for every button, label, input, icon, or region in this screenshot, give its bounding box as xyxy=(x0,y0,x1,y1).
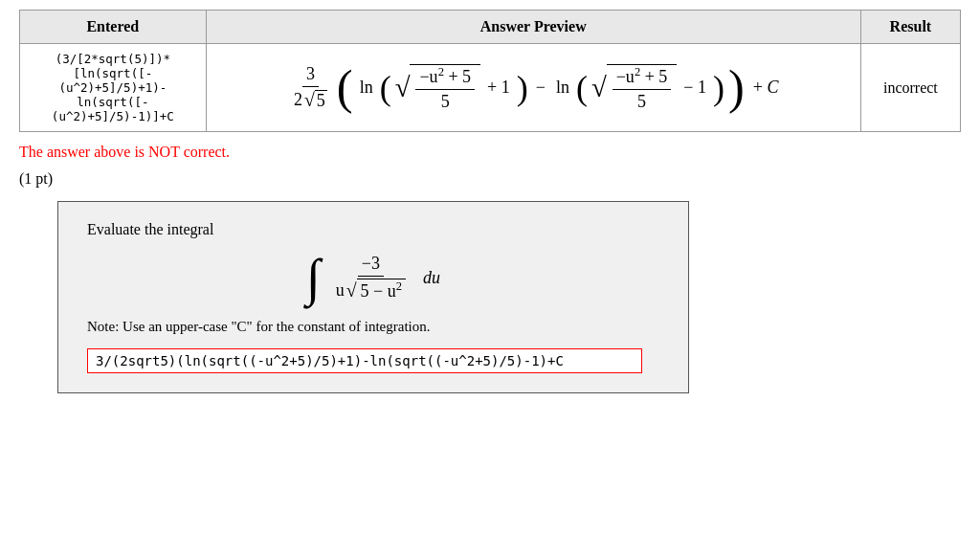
question-box: Evaluate the integral ∫ −3 u √ 5 − u2 du… xyxy=(57,201,689,393)
big-right-paren: ) xyxy=(728,63,745,111)
col-header-result: Result xyxy=(860,11,960,44)
med-left-paren-1: ( xyxy=(380,71,391,105)
col-header-entered: Entered xyxy=(20,11,207,44)
result-cell: incorrect xyxy=(860,44,960,132)
med-right-paren-2: ) xyxy=(713,71,724,105)
not-correct-message: The answer above is NOT correct. xyxy=(19,144,961,161)
entered-expression: (3/[2*sqrt(5)])* [ln(sqrt([- (u^2)+5]/5)… xyxy=(20,44,207,132)
minus-sign: − xyxy=(536,78,546,98)
answer-input[interactable] xyxy=(87,348,642,373)
sqrt-expr-1: √ −u2 + 5 5 xyxy=(395,64,480,112)
integral-display: ∫ −3 u √ 5 − u2 du xyxy=(87,252,659,303)
note-text: Note: Use an upper-case "C" for the cons… xyxy=(87,319,659,335)
ln-label-1: ln xyxy=(360,78,373,98)
big-left-paren: ( xyxy=(337,63,353,111)
point-label: (1 pt) xyxy=(19,170,961,188)
med-right-paren-1: ) xyxy=(517,71,528,105)
med-left-paren-2: ( xyxy=(576,71,588,105)
minus-1: − 1 xyxy=(683,78,706,98)
fraction-3-over-2sqrt5: 3 2 √ 5 xyxy=(290,64,331,111)
integrand-fraction: −3 u √ 5 − u2 xyxy=(332,254,410,301)
col-header-preview: Answer Preview xyxy=(206,11,860,44)
du-label: du xyxy=(423,268,440,288)
sqrt-expr-2: √ −u2 + 5 5 xyxy=(591,64,677,112)
integral-sign: ∫ xyxy=(306,252,321,303)
answer-table: Entered Answer Preview Result (3/[2*sqrt… xyxy=(19,10,961,132)
answer-preview: 3 2 √ 5 ( ln ( xyxy=(206,44,860,132)
ln-label-2: ln xyxy=(556,78,569,98)
plus-C: + C xyxy=(753,78,779,98)
plus-1: + 1 xyxy=(487,78,510,98)
evaluate-intro: Evaluate the integral xyxy=(87,221,659,238)
